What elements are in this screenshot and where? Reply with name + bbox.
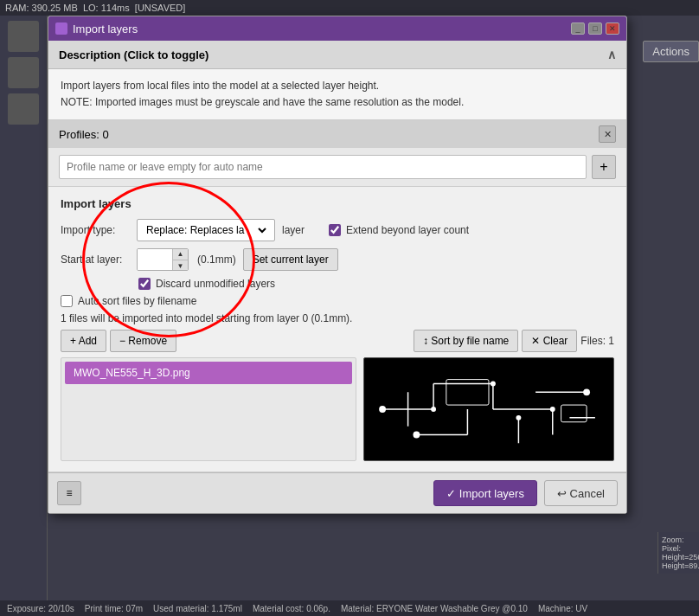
description-text: Import layers from local files into the …: [48, 69, 626, 119]
unsaved-info: [UNSAVED]: [135, 3, 185, 13]
import-info-text: 1 files will be imported into model star…: [61, 312, 614, 324]
height2: Height=89.: [662, 561, 696, 570]
zoom-panel: Zoom: Pixel: Height=2560 Height=89.: [657, 532, 699, 574]
chevron-up-icon: ∧: [607, 48, 616, 61]
material-cost-info: Material cost: 0.06p.: [253, 604, 330, 613]
profile-name-input[interactable]: [59, 155, 587, 179]
actions-button[interactable]: Actions: [643, 41, 699, 62]
discard-row: Discard unmodified layers: [138, 278, 614, 290]
start-layer-label: Start at layer:: [61, 253, 130, 266]
sort-by-name-button[interactable]: ↕ Sort by file name: [414, 330, 518, 352]
footer-buttons: ✓ Import layers ↩ Cancel: [433, 480, 618, 506]
profiles-input-row: +: [48, 148, 626, 186]
discard-checkbox[interactable]: [138, 278, 151, 290]
import-type-row: Import type: Replace: Replaces la layer …: [61, 219, 614, 241]
spinner-buttons: ▲ ▼: [172, 248, 188, 271]
description-header-label: Description (Click to toggle): [59, 48, 208, 61]
svg-point-13: [379, 406, 386, 413]
material-info: Material: ERYONE Water Washable Grey @0.…: [341, 604, 528, 613]
file-preview: [363, 357, 614, 461]
title-controls: _ □ ✕: [571, 22, 619, 35]
taskbar: RAM: 390.25 MB LO: 114ms [UNSAVED]: [0, 0, 699, 16]
machine-info: Machine: UV: [538, 604, 587, 613]
svg-point-17: [413, 432, 420, 439]
layer-spinner: 0 ▲ ▼: [137, 248, 189, 271]
zoom-label: Zoom:: [662, 536, 696, 544]
svg-point-15: [491, 382, 496, 387]
svg-point-19: [583, 389, 590, 396]
used-material-info: Used material: 1.175ml: [153, 604, 242, 613]
add-file-button[interactable]: + Add: [61, 330, 106, 352]
title-bar-left: Import layers: [55, 22, 138, 35]
import-type-label: Import type:: [61, 224, 130, 236]
title-bar: Import layers _ □ ✕: [48, 16, 626, 41]
import-type-dropdown[interactable]: Replace: Replaces la: [137, 219, 275, 241]
print-time-info: Print time: 07m: [85, 604, 143, 613]
profiles-label: Profiles: 0: [59, 128, 109, 141]
exposure-info: Exposure: 20/10s: [7, 604, 74, 613]
extend-checkbox[interactable]: [329, 224, 341, 236]
file-item[interactable]: MWO_NE555_H_3D.png: [65, 362, 352, 384]
discard-label: Discard unmodified layers: [156, 278, 275, 290]
start-layer-row: Start at layer: 0 ▲ ▼ (0.1mm) Set curren…: [61, 248, 614, 271]
description-section: Description (Click to toggle) ∧ Import l…: [48, 41, 626, 120]
sidebar-icon-3[interactable]: [8, 93, 39, 125]
spin-up-button[interactable]: ▲: [172, 248, 188, 260]
layer-spinner-input[interactable]: 0: [138, 249, 172, 270]
files-count: Files: 1: [580, 335, 614, 347]
svg-point-14: [431, 407, 436, 412]
import-layers-dialog: Import layers _ □ ✕ Description (Click t…: [48, 16, 627, 514]
clear-button[interactable]: ✕ Clear: [522, 330, 577, 352]
file-toolbar: + Add − Remove ↕ Sort by file name ✕ Cle…: [61, 330, 614, 352]
close-button[interactable]: ✕: [606, 22, 619, 35]
svg-point-16: [550, 407, 555, 412]
extend-checkbox-row: Extend beyond layer count: [329, 224, 469, 236]
sidebar-icon-2[interactable]: [8, 57, 39, 88]
import-layers-button[interactable]: ✓ Import layers: [433, 480, 537, 506]
description-line2: NOTE: Imported images must be greyscale …: [61, 94, 614, 111]
description-header[interactable]: Description (Click to toggle) ∧: [48, 41, 626, 69]
file-list-area: MWO_NE555_H_3D.png: [61, 357, 614, 461]
restore-button[interactable]: □: [588, 22, 602, 35]
extend-label: Extend beyond layer count: [346, 224, 469, 236]
profiles-section: Profiles: 0 ✕ +: [48, 120, 626, 187]
sidebar-icon-1[interactable]: [8, 21, 39, 52]
auto-sort-label: Auto sort files by filename: [78, 295, 196, 307]
status-bar: Exposure: 20/10s Print time: 07m Used ma…: [0, 600, 699, 616]
layer-mm-text: (0.1mm): [196, 253, 236, 266]
pixel-label: Pixel:: [662, 544, 696, 553]
auto-sort-checkbox[interactable]: [61, 295, 73, 307]
auto-sort-row: Auto sort files by filename: [61, 295, 614, 307]
menu-icon-button[interactable]: ≡: [57, 481, 81, 505]
cancel-button[interactable]: ↩ Cancel: [544, 480, 618, 506]
layer-text: layer: [282, 224, 305, 236]
set-current-layer-button[interactable]: Set current layer: [243, 248, 338, 271]
profiles-close-button[interactable]: ✕: [599, 125, 616, 143]
add-profile-button[interactable]: +: [592, 155, 616, 179]
file-list: MWO_NE555_H_3D.png: [61, 357, 356, 461]
ram-info: RAM: 390.25 MB: [5, 3, 78, 13]
minimize-button[interactable]: _: [571, 22, 585, 35]
import-section-title: Import layers: [61, 197, 614, 210]
sidebar: [0, 16, 48, 600]
profiles-header: Profiles: 0 ✕: [48, 120, 626, 148]
remove-file-button[interactable]: − Remove: [110, 330, 176, 352]
lo-info: LO: 114ms: [83, 3, 130, 13]
import-section: Import layers Import type: Replace: Repl…: [48, 187, 626, 472]
import-type-select[interactable]: Replace: Replaces la: [143, 223, 269, 237]
dialog-icon: [55, 22, 67, 35]
height1: Height=2560: [662, 553, 696, 561]
dialog-footer: ≡ ✓ Import layers ↩ Cancel: [48, 472, 626, 513]
description-line1: Import layers from local files into the …: [61, 78, 614, 94]
svg-point-18: [516, 415, 521, 420]
dialog-title: Import layers: [73, 22, 138, 35]
spin-down-button[interactable]: ▼: [172, 260, 188, 272]
